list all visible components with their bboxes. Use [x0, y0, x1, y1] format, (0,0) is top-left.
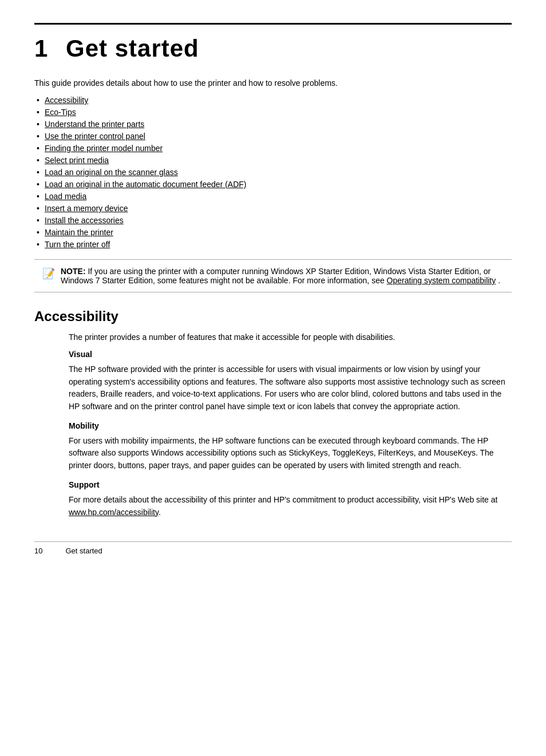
note-label: NOTE:: [61, 267, 86, 276]
page-footer: 10 Get started: [34, 541, 512, 555]
toc-item: Eco-Tips: [34, 108, 512, 117]
note-content: NOTE: If you are using the printer with …: [61, 267, 504, 285]
footer-section-label: Get started: [65, 547, 102, 555]
accessibility-intro: The printer provides a number of feature…: [69, 333, 512, 342]
toc-item: Use the printer control panel: [34, 132, 512, 141]
toc-link[interactable]: Use the printer control panel: [45, 132, 145, 141]
support-link[interactable]: www.hp.com/accessibility: [69, 508, 159, 517]
toc-link[interactable]: Understand the printer parts: [45, 120, 144, 129]
toc-list: AccessibilityEco-TipsUnderstand the prin…: [34, 96, 512, 249]
footer-page-number: 10: [34, 547, 42, 555]
toc-item: Select print media: [34, 156, 512, 165]
toc-link[interactable]: Load an original on the scanner glass: [45, 168, 178, 177]
subsection-body: For users with mobility impairments, the…: [69, 435, 512, 472]
toc-link[interactable]: Install the accessories: [45, 216, 124, 225]
toc-item: Maintain the printer: [34, 228, 512, 237]
toc-item: Load an original on the scanner glass: [34, 168, 512, 177]
chapter-number: 1: [34, 35, 48, 62]
chapter-title: Get started: [66, 35, 199, 62]
toc-link[interactable]: Load an original in the automatic docume…: [45, 180, 247, 189]
toc-link[interactable]: Turn the printer off: [45, 240, 110, 249]
subsection-title: Visual: [69, 350, 512, 359]
toc-link[interactable]: Load media: [45, 192, 86, 201]
note-link[interactable]: Operating system compatibility: [387, 276, 496, 285]
toc-link[interactable]: Eco-Tips: [45, 108, 76, 117]
toc-item: Turn the printer off: [34, 240, 512, 249]
subsection-title: Mobility: [69, 421, 512, 430]
toc-link[interactable]: Accessibility: [45, 96, 88, 105]
toc-link[interactable]: Finding the printer model number: [45, 144, 163, 153]
accessibility-subsections: VisualThe HP software provided with the …: [34, 350, 512, 518]
toc-item: Accessibility: [34, 96, 512, 105]
intro-paragraph: This guide provides details about how to…: [34, 78, 512, 88]
toc-link[interactable]: Maintain the printer: [45, 228, 113, 237]
chapter-header: 1 Get started: [34, 23, 512, 62]
note-box: 📝 NOTE: If you are using the printer wit…: [34, 259, 512, 292]
subsection-body: The HP software provided with the printe…: [69, 363, 512, 413]
toc-item: Insert a memory device: [34, 204, 512, 213]
subsection-title: Support: [69, 480, 512, 489]
toc-item: Install the accessories: [34, 216, 512, 225]
subsection-body: For more details about the accessibility…: [69, 494, 512, 518]
toc-item: Load media: [34, 192, 512, 201]
note-icon: 📝: [42, 267, 55, 280]
toc-item: Understand the printer parts: [34, 120, 512, 129]
toc-link[interactable]: Select print media: [45, 156, 109, 165]
toc-link[interactable]: Insert a memory device: [45, 204, 128, 213]
accessibility-section-title: Accessibility: [34, 308, 512, 324]
toc-item: Load an original in the automatic docume…: [34, 180, 512, 189]
toc-item: Finding the printer model number: [34, 144, 512, 153]
